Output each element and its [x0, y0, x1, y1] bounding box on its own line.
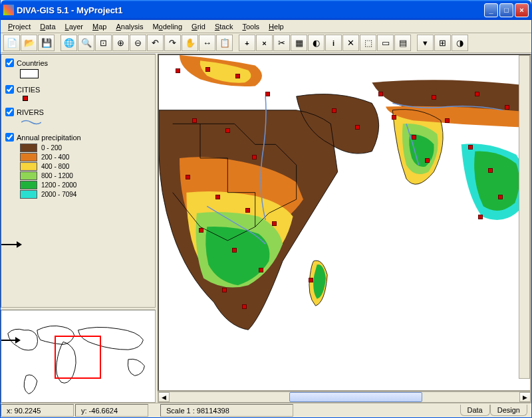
scroll-left-icon[interactable]: ◀ [158, 392, 170, 402]
menu-data[interactable]: Data [35, 21, 60, 32]
layer-countries-checkbox[interactable] [5, 58, 14, 67]
city-marker [475, 92, 479, 96]
layer-cities-checkbox[interactable] [5, 85, 14, 94]
city-marker [225, 128, 230, 133]
redo-icon[interactable]: ↷ [164, 35, 181, 51]
zoom-out-icon[interactable]: ⊖ [130, 35, 146, 51]
city-marker [215, 195, 220, 199]
menu-analysis[interactable]: Analysis [111, 21, 148, 32]
menu-grid[interactable]: Grid [187, 21, 210, 32]
titlebar[interactable]: DIVA-GIS 5.1 - MyProject1 _ □ × [1, 0, 531, 20]
globe-icon[interactable]: 🌐 [61, 35, 77, 51]
city-marker [392, 115, 396, 120]
city-marker [242, 304, 247, 309]
map-canvas[interactable] [158, 54, 531, 391]
horizontal-scrollbar[interactable]: ◀ ▶ [158, 391, 531, 403]
maximize-button[interactable]: □ [499, 3, 513, 17]
left-panel: Countries CITIES RIVERS [1, 54, 158, 403]
city-marker [412, 135, 416, 140]
remove-icon[interactable]: × [256, 35, 273, 51]
city-marker [222, 288, 227, 292]
app-icon [3, 5, 14, 15]
statusbar: x: 90.2245 y: -46.6624 Scale 1 : 9811439… [1, 403, 531, 417]
city-marker [425, 158, 430, 163]
layer-countries: Countries [5, 58, 151, 78]
city-marker [232, 248, 237, 253]
save-icon[interactable]: 💾 [38, 35, 55, 51]
table-icon[interactable]: ▦ [291, 35, 307, 51]
undo-icon[interactable]: ↶ [147, 35, 164, 51]
layer-cities-label[interactable]: CITIES [17, 86, 40, 94]
layers-icon[interactable]: ▤ [394, 35, 411, 51]
zoom-in-icon[interactable]: ⊕ [112, 35, 129, 51]
zoom-full-icon[interactable]: ⊡ [95, 35, 112, 51]
city-marker [309, 278, 313, 282]
map-content [159, 55, 530, 383]
city-marker [186, 175, 190, 179]
city-marker [265, 92, 270, 96]
city-marker [205, 67, 210, 72]
city-marker [252, 155, 257, 159]
menu-stack[interactable]: Stack [210, 21, 238, 32]
select-icon[interactable]: ⬚ [360, 35, 376, 51]
layer-rivers-checkbox[interactable] [5, 108, 14, 116]
overview-map[interactable] [1, 310, 156, 403]
menubar: Project Data Layer Map Analysis Modeling… [1, 20, 531, 33]
rivers-swatch [21, 118, 41, 126]
selection-icon[interactable]: ▭ [377, 35, 394, 51]
analysis-icon[interactable]: ⊞ [434, 35, 451, 51]
overview-extent-box[interactable] [55, 336, 101, 379]
layer-precip-checkbox[interactable] [5, 133, 14, 142]
city-marker [245, 208, 250, 213]
window-title: DIVA-GIS 5.1 - MyProject1 [17, 5, 483, 15]
city-marker [378, 92, 383, 96]
status-y: y: -46.6624 [75, 404, 148, 417]
layer-countries-label[interactable]: Countries [17, 59, 48, 67]
close-button[interactable]: × [515, 3, 529, 17]
chart-icon[interactable]: ◐ [308, 35, 325, 51]
scroll-right-icon[interactable]: ▶ [519, 392, 531, 402]
scroll-thumb[interactable] [289, 392, 422, 402]
zoom-globe-icon[interactable]: 🔍 [78, 35, 94, 51]
tab-design[interactable]: Design [490, 405, 527, 416]
menu-layer[interactable]: Layer [61, 21, 88, 32]
city-marker [468, 145, 473, 150]
city-marker [355, 125, 360, 130]
open-icon[interactable]: 📂 [21, 35, 37, 51]
city-marker [272, 221, 277, 226]
vertical-scrollbar[interactable] [519, 55, 530, 379]
layer-rivers-label[interactable]: RIVERS [17, 108, 44, 116]
status-x: x: 90.2245 [1, 404, 74, 417]
layer-cities: CITIES [5, 85, 151, 101]
tab-data[interactable]: Data [460, 405, 490, 416]
menu-project[interactable]: Project [3, 21, 35, 32]
city-marker [176, 68, 180, 73]
minimize-button[interactable]: _ [484, 3, 498, 17]
options-icon[interactable]: ▾ [417, 35, 434, 51]
new-icon[interactable]: 📄 [3, 35, 20, 51]
info-icon[interactable]: i [325, 35, 342, 51]
add-icon[interactable]: + [239, 35, 255, 51]
city-marker [432, 95, 436, 100]
measure-icon[interactable]: ↔ [199, 35, 215, 51]
menu-tools[interactable]: Tools [237, 21, 264, 32]
layers-panel[interactable]: Countries CITIES RIVERS [1, 54, 156, 308]
city-marker [498, 195, 503, 199]
settings-icon[interactable]: ✕ [342, 35, 359, 51]
city-marker [199, 228, 203, 233]
city-marker [478, 215, 483, 219]
menu-map[interactable]: Map [88, 21, 111, 32]
crop-icon[interactable]: ✂ [273, 35, 290, 51]
menu-help[interactable]: Help [264, 21, 289, 32]
identify-icon[interactable]: 📋 [216, 35, 233, 51]
city-marker [332, 108, 336, 113]
pan-icon[interactable]: ✋ [182, 35, 198, 51]
extra-icon[interactable]: ◑ [452, 35, 468, 51]
map-view: ◀ ▶ [158, 54, 531, 403]
layer-rivers: RIVERS [5, 108, 151, 126]
menu-modeling[interactable]: Modeling [148, 21, 187, 32]
precip-legend: 0 - 200 200 - 400 400 - 800 800 - 1200 1… [20, 144, 151, 199]
city-marker [445, 118, 450, 123]
layer-precip-label[interactable]: Annual precipitation [17, 134, 81, 142]
city-marker [505, 105, 509, 110]
